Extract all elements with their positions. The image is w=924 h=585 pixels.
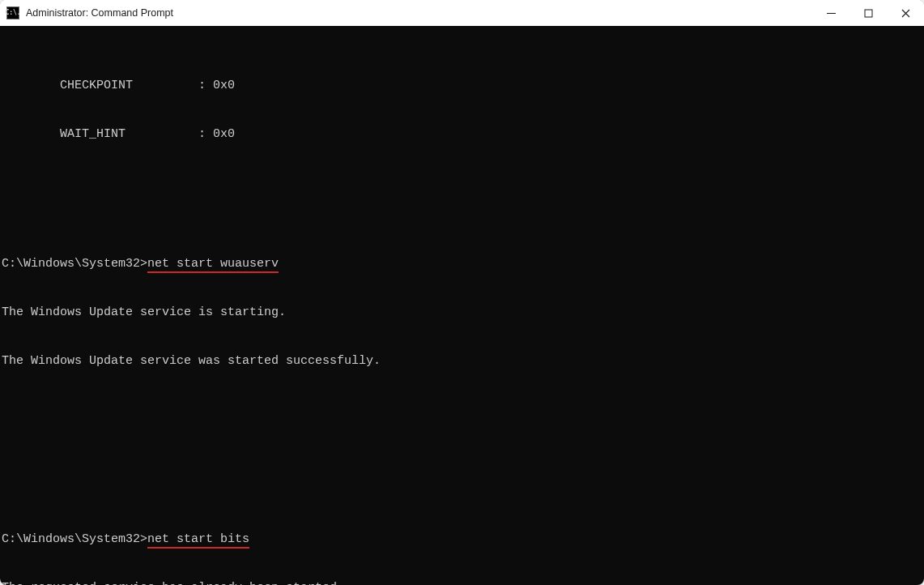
maximize-icon	[864, 9, 873, 18]
minimize-icon	[827, 9, 836, 18]
command-text: net start bits	[147, 532, 249, 548]
window-controls	[812, 0, 924, 26]
svg-rect-0	[865, 10, 872, 17]
close-button[interactable]	[887, 0, 924, 26]
output-line: CHECKPOINT : 0x0	[2, 78, 922, 94]
output-line: The requested service has already been s…	[2, 580, 922, 585]
terminal-output[interactable]: CHECKPOINT : 0x0 WAIT_HINT : 0x0 C:\Wind…	[0, 26, 924, 585]
blank-line	[2, 175, 922, 191]
window-frame: C:\. Administrator: Command Prompt CHECK…	[0, 0, 924, 585]
close-icon	[901, 9, 910, 18]
titlebar[interactable]: C:\. Administrator: Command Prompt	[0, 0, 924, 26]
blank-line	[2, 450, 922, 467]
cmd-app-icon: C:\.	[6, 6, 19, 19]
output-line: The Windows Update service was started s…	[2, 353, 922, 369]
output-line: WAIT_HINT : 0x0	[2, 126, 922, 143]
prompt: C:\Windows\System32>	[2, 532, 147, 546]
prompt-line: C:\Windows\System32>net start bits	[2, 532, 922, 548]
output-line: The Windows Update service is starting.	[2, 305, 922, 321]
blank-line	[2, 402, 922, 418]
prompt-line: C:\Windows\System32>net start wuauserv	[2, 256, 922, 272]
underline-annotation	[147, 547, 249, 549]
underline-annotation	[147, 271, 279, 273]
maximize-button[interactable]	[849, 0, 887, 26]
command-text: net start wuauserv	[147, 256, 279, 272]
window-title: Administrator: Command Prompt	[26, 7, 173, 19]
prompt: C:\Windows\System32>	[2, 257, 147, 271]
minimize-button[interactable]	[812, 0, 849, 26]
